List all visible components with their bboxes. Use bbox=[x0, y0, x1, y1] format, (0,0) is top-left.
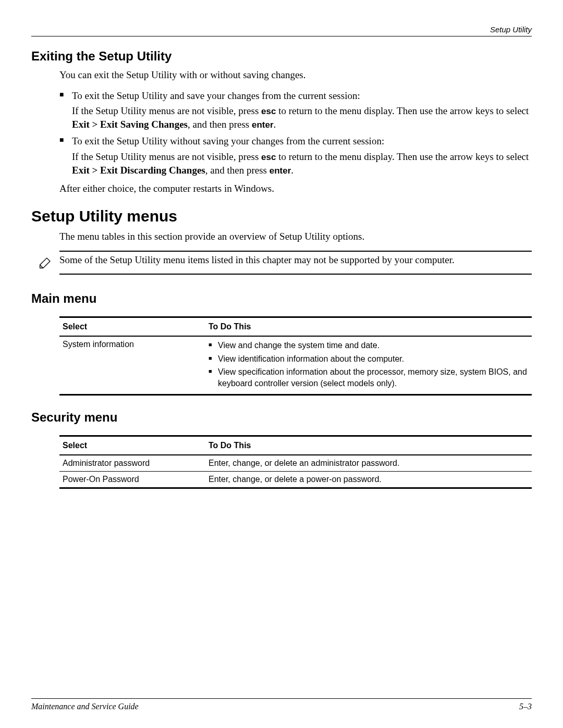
exit-list: To exit the Setup Utility and save your … bbox=[59, 89, 532, 177]
exit-item-discard: To exit the Setup Utility without saving… bbox=[59, 134, 532, 177]
col-select-head: Select bbox=[63, 322, 209, 331]
menu-path-discard: Exit > Exit Discarding Changes bbox=[72, 165, 205, 176]
table-row: Power-On Password Enter, change, or dele… bbox=[59, 472, 532, 487]
cell-todo: Enter, change, or delete an administrato… bbox=[209, 459, 529, 468]
exit-item-save-sub: If the Setup Utility menus are not visib… bbox=[72, 104, 532, 131]
list-item: View specification information about the… bbox=[209, 366, 529, 389]
key-esc: esc bbox=[261, 152, 276, 162]
note-text: Some of the Setup Utility menu items lis… bbox=[59, 254, 455, 267]
exit-item-discard-sub: If the Setup Utility menus are not visib… bbox=[72, 150, 532, 177]
footer-left: Maintenance and Service Guide bbox=[31, 702, 139, 711]
heading-main-menu: Main menu bbox=[31, 291, 532, 306]
heading-menus: Setup Utility menus bbox=[31, 207, 532, 225]
footer-right: 5–3 bbox=[519, 702, 532, 711]
col-todo-head: To Do This bbox=[209, 441, 529, 450]
intro-menus: The menu tables in this section provide … bbox=[59, 230, 532, 243]
table-row: System information View and change the s… bbox=[59, 337, 532, 394]
key-enter: enter bbox=[270, 166, 291, 176]
list-item: View and change the system time and date… bbox=[209, 340, 529, 351]
exit-item-save: To exit the Setup Utility and save your … bbox=[59, 89, 532, 132]
intro-exiting: You can exit the Setup Utility with or w… bbox=[59, 69, 532, 82]
menu-path-save: Exit > Exit Saving Changes bbox=[72, 119, 188, 130]
table-security-menu-head: Select To Do This bbox=[59, 437, 532, 455]
key-enter: enter bbox=[252, 120, 274, 130]
table-main-menu: Select To Do This System information Vie… bbox=[59, 316, 532, 396]
cell-select: System information bbox=[63, 340, 209, 391]
table-row: Administrator password Enter, change, or… bbox=[59, 455, 532, 472]
exit-item-discard-lead: To exit the Setup Utility without saving… bbox=[72, 135, 384, 146]
col-select-head: Select bbox=[63, 441, 209, 450]
cell-select: Power-On Password bbox=[63, 475, 209, 484]
header-rule bbox=[31, 36, 532, 36]
note-block: Some of the Setup Utility menu items lis… bbox=[31, 251, 532, 275]
cell-todo: View and change the system time and date… bbox=[209, 340, 529, 391]
cell-select: Administrator password bbox=[63, 459, 209, 468]
key-esc: esc bbox=[261, 106, 276, 116]
exit-item-save-lead: To exit the Setup Utility and save your … bbox=[72, 90, 360, 101]
table-security-menu: Select To Do This Administrator password… bbox=[59, 435, 532, 489]
heading-security-menu: Security menu bbox=[31, 410, 532, 425]
heading-exiting: Exiting the Setup Utility bbox=[31, 49, 532, 64]
page-footer: Maintenance and Service Guide 5–3 bbox=[31, 698, 532, 711]
col-todo-head: To Do This bbox=[209, 322, 529, 331]
after-choice: After either choice, the computer restar… bbox=[59, 182, 532, 195]
table-main-menu-head: Select To Do This bbox=[59, 318, 532, 337]
running-head: Setup Utility bbox=[490, 25, 532, 34]
cell-todo: Enter, change, or delete a power-on pass… bbox=[209, 475, 529, 484]
list-item: View identification information about th… bbox=[209, 353, 529, 365]
note-icon bbox=[39, 255, 54, 272]
